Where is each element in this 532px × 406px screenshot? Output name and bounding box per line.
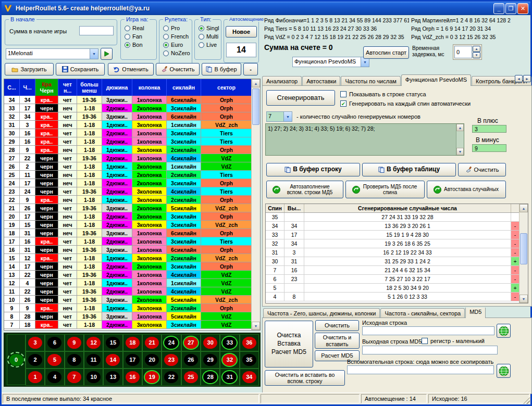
clear-button[interactable]: Очистить	[156, 63, 200, 75]
board-cell[interactable]: 26	[181, 351, 201, 369]
show-status-checkbox[interactable]: Показывать в строке статуса	[340, 91, 426, 97]
history-row[interactable]: 2017черннеч1-182дюжи..2колонка3сиклайнOr…	[4, 212, 251, 221]
delay-value[interactable]: 0	[454, 46, 472, 58]
radio-fan[interactable]: Fan	[125, 33, 156, 40]
history-row[interactable]: 2126чернчет19-363дюжи..2колонка5сиклайнV…	[4, 204, 251, 212]
radio-bon[interactable]: Bon	[125, 42, 156, 48]
generated-row[interactable]: 518 2 5 30 34 9 20+	[266, 284, 519, 293]
history-row[interactable]: 1026чернчет19-363дюжи..2колонка5сиклайнV…	[4, 296, 251, 304]
history-header-cell[interactable]: сектор	[201, 79, 251, 96]
chevron-down-icon[interactable]: ▼	[90, 49, 98, 59]
generate-button[interactable]: Сгенерировать	[266, 90, 335, 106]
register-checkbox[interactable]: регистр - маленький	[422, 338, 485, 344]
board-cell[interactable]: 34	[240, 369, 259, 386]
board-cell[interactable]: 23	[162, 351, 181, 369]
board-cell[interactable]: 4	[45, 369, 64, 386]
board-cell[interactable]: 36	[240, 334, 259, 351]
tab-частота-сиклайны-сектора[interactable]: Частота - сиклайны, сектора	[380, 308, 465, 318]
radio-french[interactable]: French	[163, 33, 192, 40]
autobet-button[interactable]: Автоставка случайных	[427, 181, 506, 198]
tab-автоставки[interactable]: Автоставки	[302, 76, 340, 86]
generated-scrollbar[interactable]: ▲ ▼	[519, 204, 528, 303]
generated-row[interactable]: 3527 24 31 33 19 32 28	[266, 213, 519, 222]
tab-функционал-psevdoms[interactable]: Функционал PsevdoMS	[401, 74, 471, 86]
close-button[interactable]: ✕	[517, 3, 528, 14]
autofill-md5-button[interactable]: Автозаполнение вспом. строки МД5	[266, 181, 343, 198]
run-profile-button[interactable]	[101, 48, 113, 60]
history-row[interactable]: 1122чернчет19-362дюжи..1колонка4сиклайнV…	[4, 287, 251, 296]
history-header-cell[interactable]: С...	[4, 79, 20, 96]
tab-md5[interactable]: MD5	[465, 308, 486, 318]
history-row[interactable]: 2916кра..чет1-182дюжи..1колонка3сиклайнT…	[4, 137, 251, 146]
history-row[interactable]: 124чернчет1-181дюжи..1колонка1сиклайнVdZ	[4, 279, 251, 287]
scroll-up-icon[interactable]: ▲	[519, 204, 528, 212]
board-cell[interactable]: 22	[162, 369, 181, 386]
radio-multi[interactable]: Multi	[199, 33, 221, 40]
board-cell-zero[interactable]: 0	[7, 334, 26, 385]
board-cell[interactable]: 1	[26, 369, 45, 386]
checkbox-icon[interactable]	[422, 338, 428, 344]
history-header-cell[interactable]: КраЧерн	[35, 79, 58, 96]
history-row[interactable]: 262чернчет1-181дюжи..2колонка1сиклайнVdZ	[4, 162, 251, 171]
delay-spinner[interactable]: 0 ▲ ▼	[453, 44, 482, 60]
history-row[interactable]: 2511черннеч1-181дюжи..2колонка2сиклайнTi…	[4, 171, 251, 179]
board-cell[interactable]: 32	[220, 351, 239, 369]
buffer-string-button[interactable]: В буфер строку	[266, 163, 360, 176]
maximize-button[interactable]: ❐	[505, 3, 516, 14]
board-cell[interactable]: 13	[103, 369, 122, 386]
count-select[interactable]: 7 ▼	[266, 111, 292, 122]
check-md5-button[interactable]: Проверить МД5 после спина	[345, 181, 425, 198]
history-row[interactable]: 1831черннеч19-363дюжи..1колонка6сиклайнO…	[4, 229, 251, 237]
history-row[interactable]: 718кра..чет1-182дюжи..3колонка3сиклайнVd…	[4, 321, 251, 329]
history-row[interactable]: 1915черннеч1-182дюжи..3колонка3сиклайнVd…	[4, 221, 251, 229]
buffer-button[interactable]: В буфер	[202, 63, 241, 75]
board-cell[interactable]: 17	[123, 351, 142, 369]
board-cell[interactable]: 10	[84, 369, 103, 386]
paste-aux-button[interactable]: Очистить и вставить во вспом. строку	[265, 370, 345, 386]
save-button[interactable]: Сохранить	[56, 63, 105, 75]
board-cell[interactable]: 7	[65, 369, 84, 386]
spin-up-icon[interactable]: ▲	[473, 46, 480, 52]
checkbox-icon[interactable]	[340, 91, 347, 97]
board-cell[interactable]: 16	[123, 369, 142, 386]
tab-анализатор[interactable]: Анализатор	[262, 76, 302, 86]
history-row[interactable]: 2722чернчет19-362дюжи..1колонка4сиклайнV…	[4, 154, 251, 162]
globe-button-aux[interactable]	[497, 364, 511, 378]
board-cell[interactable]: 28	[201, 369, 220, 386]
tab-частота-zero-шансы-дюжины-колонки[interactable]: Частота - Zero, шансы, дюжины, колонки	[263, 308, 380, 318]
history-header-cell[interactable]: сиклайн	[167, 79, 201, 96]
history-row[interactable]: 3234кра..чет19-363дюжи..1колонка6сиклайн…	[4, 112, 251, 121]
globe-button-source[interactable]	[497, 324, 511, 338]
md5-clear-paste-button[interactable]: Очистить и вставить	[315, 333, 360, 349]
board-cell[interactable]: 20	[142, 351, 162, 369]
generated-row[interactable]: 331715 19 1 9 4 28 30-	[266, 231, 519, 239]
board-cell[interactable]: 35	[240, 351, 259, 369]
minimize-button[interactable]: _	[493, 3, 504, 14]
board-cell[interactable]: 6	[45, 334, 64, 351]
md5-clear-button[interactable]: Очистить	[315, 320, 359, 331]
tab-scroll-right-icon[interactable]: ►	[523, 75, 531, 82]
scroll-down-icon[interactable]: ▼	[519, 295, 528, 303]
undo-button[interactable]: Отменить	[108, 63, 154, 75]
spin-down-icon[interactable]: ▼	[473, 52, 480, 58]
board-cell[interactable]: 18	[123, 334, 142, 351]
board-cell[interactable]: 12	[84, 334, 103, 351]
tab-scroll-left-icon[interactable]: ◄	[515, 75, 523, 82]
radio-live[interactable]: Live	[199, 42, 221, 48]
history-header-cell[interactable]: четн...	[58, 79, 77, 96]
history-row[interactable]: 3434кра..чет19-363дюжи..1колонка6сиклайн…	[4, 96, 251, 104]
generated-numbers-box[interactable]: 1) 27; 2) 24; 3) 31; 4) 33; 5) 19; 6) 32…	[265, 123, 464, 156]
board-cell[interactable]: 15	[103, 334, 122, 351]
scroll-down-icon[interactable]: ▼	[456, 148, 464, 155]
board-cell[interactable]: 14	[103, 351, 122, 369]
board-cell[interactable]: 31	[220, 369, 239, 386]
board-cell[interactable]: 11	[84, 351, 103, 369]
history-row[interactable]: 229кра..неч1-181дюжи..3колонка2сиклайнOr…	[4, 196, 251, 204]
board-cell[interactable]: 33	[220, 334, 239, 351]
board-cell[interactable]: 29	[201, 351, 220, 369]
history-row[interactable]: 313кра..неч1-181дюжи..3колонка1сиклайнVd…	[4, 121, 251, 129]
tab-частоты-по-числам[interactable]: Частоты по числам	[341, 76, 400, 86]
history-scrollbar[interactable]: ▲ ▼	[251, 79, 260, 330]
scroll-down-icon[interactable]: ▼	[252, 322, 260, 330]
generated-row[interactable]: 31316 2 12 19 22 34 33-	[266, 248, 519, 257]
